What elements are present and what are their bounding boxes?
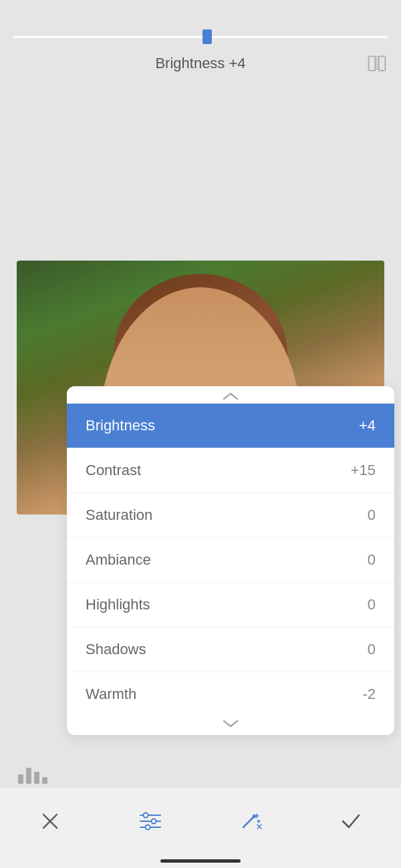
auto-button[interactable]: [231, 801, 271, 841]
panel-item-shadows[interactable]: Shadows0: [67, 627, 394, 672]
slider-label-row: Brightness +4: [13, 55, 388, 72]
slider-area: Brightness +4: [0, 0, 401, 107]
item-value-shadows: 0: [368, 641, 376, 658]
item-value-contrast: +15: [351, 462, 376, 479]
svg-point-13: [152, 819, 156, 824]
item-label-saturation: Saturation: [86, 507, 152, 524]
svg-rect-7: [42, 777, 47, 784]
histogram-button[interactable]: [17, 761, 47, 788]
item-value-brightness: +4: [359, 417, 376, 434]
panel-chevron-up[interactable]: [67, 386, 394, 404]
adjustments-panel: Brightness+4Contrast+15Saturation0Ambian…: [67, 386, 394, 735]
item-label-warmth: Warmth: [86, 686, 136, 703]
panel-item-ambiance[interactable]: Ambiance0: [67, 537, 394, 582]
confirm-button[interactable]: [331, 801, 371, 841]
item-label-shadows: Shadows: [86, 641, 146, 658]
chevron-up-icon: [223, 392, 239, 401]
svg-rect-1: [379, 56, 386, 70]
panel-item-contrast[interactable]: Contrast+15: [67, 448, 394, 492]
slider-fill: [13, 36, 208, 38]
compare-button[interactable]: [366, 53, 388, 74]
brightness-label: Brightness +4: [155, 55, 245, 72]
item-label-highlights: Highlights: [86, 596, 150, 613]
item-label-ambiance: Ambiance: [86, 551, 151, 569]
item-value-warmth: -2: [362, 686, 376, 703]
svg-point-15: [146, 825, 150, 830]
panel-item-warmth[interactable]: Warmth-2: [67, 672, 394, 716]
item-label-contrast: Contrast: [86, 462, 141, 479]
slider-track: [13, 36, 388, 38]
svg-rect-5: [26, 768, 31, 784]
panel-item-saturation[interactable]: Saturation0: [67, 492, 394, 537]
bottom-toolbar: [0, 788, 401, 868]
slider-thumb[interactable]: [203, 29, 212, 44]
panel-item-highlights[interactable]: Highlights0: [67, 582, 394, 627]
item-label-brightness: Brightness: [86, 417, 155, 434]
svg-rect-0: [369, 56, 376, 70]
panel-chevron-down[interactable]: [67, 716, 394, 735]
svg-point-11: [144, 813, 148, 818]
item-value-ambiance: 0: [368, 551, 376, 569]
panel-item-brightness[interactable]: Brightness+4: [67, 404, 394, 448]
svg-line-16: [243, 817, 254, 827]
cancel-button[interactable]: [30, 801, 70, 841]
item-value-highlights: 0: [368, 596, 376, 613]
chevron-down-icon: [223, 719, 239, 728]
item-value-saturation: 0: [368, 507, 376, 524]
svg-rect-6: [34, 772, 39, 784]
svg-rect-4: [18, 774, 23, 784]
home-indicator: [160, 859, 241, 863]
brightness-slider[interactable]: [13, 27, 388, 47]
adjustments-button[interactable]: [130, 801, 170, 841]
